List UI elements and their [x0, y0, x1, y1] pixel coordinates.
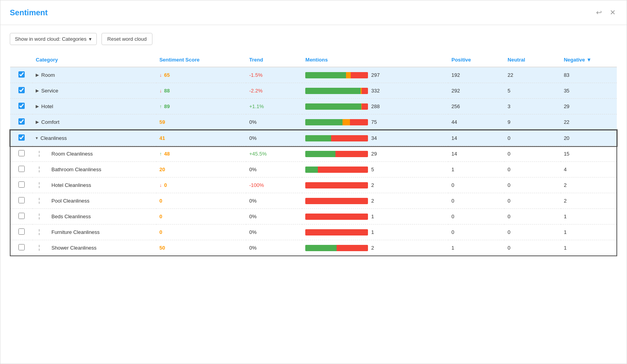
close-icon[interactable]: ✕ [608, 7, 617, 18]
positive-cell: 0 [448, 225, 504, 240]
row-checkbox[interactable] [18, 87, 25, 93]
positive-cell: 192 [448, 67, 504, 83]
table-row: Pool Cleanliness00%2002 [10, 193, 617, 209]
expand-arrow-icon[interactable]: ▶ [36, 120, 39, 125]
trend-cell: -1.5% [246, 67, 302, 83]
negative-cell: 83 [561, 67, 617, 83]
score-value: 48 [164, 151, 170, 157]
expand-arrow-icon[interactable]: ▶ [36, 72, 39, 78]
negative-cell: 15 [561, 146, 617, 162]
checkbox-cell[interactable] [10, 130, 33, 146]
checkbox-cell[interactable] [10, 177, 33, 193]
row-checkbox[interactable] [18, 134, 25, 141]
checkbox-cell[interactable] [10, 162, 33, 177]
mentions-bar [305, 229, 368, 235]
category-cell: Furniture Cleanliness [33, 225, 156, 240]
category-cell: ▶Comfort [33, 114, 156, 130]
positive-cell: 0 [448, 193, 504, 209]
row-checkbox[interactable] [18, 228, 25, 235]
trend-cell: 0% [246, 193, 302, 209]
row-checkbox[interactable] [18, 150, 25, 156]
checkbox-cell[interactable] [10, 240, 33, 256]
col-header-mentions[interactable]: Mentions [302, 53, 448, 67]
mentions-bar [305, 214, 368, 220]
category-cell: Pool Cleanliness [33, 193, 156, 209]
expand-arrow-icon[interactable]: ▶ [36, 104, 39, 109]
checkbox-cell[interactable] [10, 114, 33, 130]
mentions-count: 2 [371, 198, 383, 204]
score-cell: ↓0 [156, 177, 246, 193]
reset-icon[interactable]: ↩ [594, 7, 603, 18]
positive-cell: 292 [448, 83, 504, 99]
neutral-cell: 5 [504, 83, 560, 99]
mentions-cell: 1 [302, 225, 448, 240]
table-row: ▶Comfort590%7544922 [10, 114, 617, 130]
row-checkbox[interactable] [18, 213, 25, 219]
positive-cell: 256 [448, 99, 504, 114]
col-header-negative[interactable]: Negative ▼ [561, 53, 617, 67]
row-checkbox[interactable] [18, 71, 25, 78]
mentions-bar [305, 119, 368, 125]
trend-cell: 0% [246, 225, 302, 240]
col-header-score[interactable]: Sentiment Score [156, 53, 246, 67]
score-cell: 0 [156, 209, 246, 225]
table-row: Hotel Cleanliness↓0-100%2002 [10, 177, 617, 193]
category-label: Bathroom Cleanliness [39, 167, 153, 172]
mentions-count: 1 [371, 214, 383, 219]
row-checkbox[interactable] [18, 197, 25, 203]
score-cell: 59 [156, 114, 246, 130]
checkbox-cell[interactable] [10, 193, 33, 209]
checkbox-cell[interactable] [10, 146, 33, 162]
category-label: Hotel [41, 103, 53, 109]
category-cell: ▶Service [33, 83, 156, 99]
trend-down-icon: ↓ [159, 72, 162, 78]
trend-cell: +45.5% [246, 146, 302, 162]
checkbox-cell[interactable] [10, 99, 33, 114]
expand-arrow-icon[interactable]: ▶ [36, 88, 39, 93]
trend-up-icon: ↑ [159, 104, 162, 109]
expand-arrow-icon[interactable]: ▾ [36, 136, 38, 141]
score-value: 20 [159, 167, 165, 172]
col-header-neutral[interactable]: Neutral [504, 53, 560, 67]
category-label: Hotel Cleanliness [39, 182, 153, 188]
word-cloud-label: Show in word cloud: Categories [15, 36, 87, 42]
score-value: 59 [159, 119, 165, 125]
score-cell: 0 [156, 193, 246, 209]
trend-cell: -2.2% [246, 83, 302, 99]
word-cloud-dropdown[interactable]: Show in word cloud: Categories ▾ [10, 33, 97, 45]
checkbox-cell[interactable] [10, 83, 33, 99]
score-value: 89 [164, 103, 170, 109]
checkbox-cell[interactable] [10, 209, 33, 225]
checkbox-cell[interactable] [10, 67, 33, 83]
category-label: Room [41, 72, 55, 78]
row-checkbox[interactable] [18, 118, 25, 125]
checkbox-cell[interactable] [10, 225, 33, 240]
negative-cell: 22 [561, 114, 617, 130]
col-header-positive[interactable]: Positive [448, 53, 504, 67]
mentions-bar [305, 72, 368, 78]
col-header-trend[interactable]: Trend [246, 53, 302, 67]
chevron-down-icon: ▾ [89, 36, 92, 42]
category-label: Room Cleanliness [39, 151, 153, 157]
mentions-cell: 1 [302, 209, 448, 225]
mentions-cell: 34 [302, 130, 448, 146]
row-checkbox[interactable] [18, 244, 25, 250]
negative-cell: 20 [561, 130, 617, 146]
trend-cell: 0% [246, 209, 302, 225]
category-label: Service [41, 88, 58, 94]
mentions-bar [305, 103, 368, 110]
category-cell: ▶Hotel [33, 99, 156, 114]
row-checkbox[interactable] [18, 166, 25, 172]
mentions-count: 34 [371, 135, 383, 141]
score-value: 0 [164, 182, 167, 188]
trend-cell: -100% [246, 177, 302, 193]
category-cell: Shower Cleanliness [33, 240, 156, 256]
reset-word-cloud-button[interactable]: Reset word cloud [101, 33, 152, 45]
col-header-category[interactable]: Category [33, 53, 156, 67]
score-value: 0 [159, 214, 162, 219]
score-cell: 0 [156, 225, 246, 240]
row-checkbox[interactable] [18, 181, 25, 188]
category-label: Shower Cleanliness [39, 245, 153, 251]
row-checkbox[interactable] [18, 103, 25, 109]
score-cell: ↓88 [156, 83, 246, 99]
